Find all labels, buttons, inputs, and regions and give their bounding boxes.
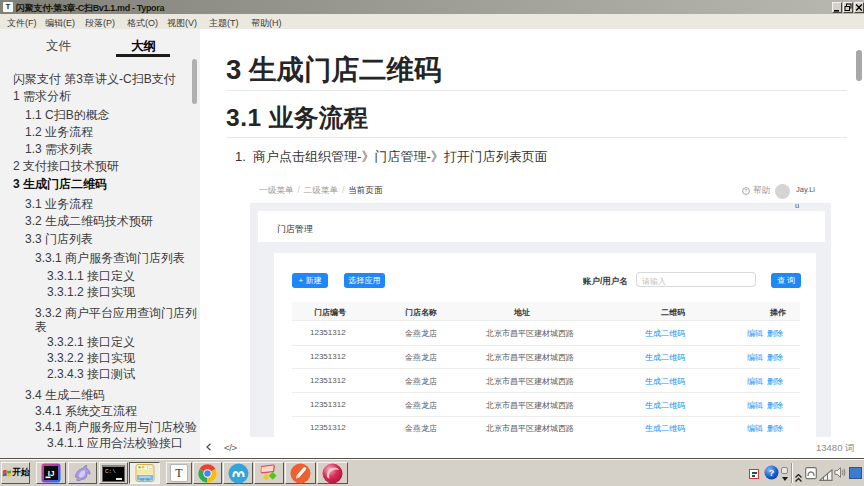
svg-text:?: ? <box>745 188 748 194</box>
svg-text:IJ: IJ <box>48 469 55 478</box>
svg-text:?: ? <box>769 468 775 478</box>
